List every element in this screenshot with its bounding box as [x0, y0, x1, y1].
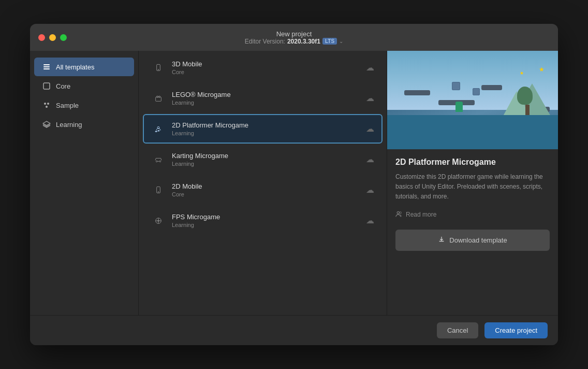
svg-point-8 — [158, 69, 158, 69]
svg-point-15 — [156, 161, 157, 162]
svg-rect-9 — [156, 97, 161, 101]
download-icon-lego: ☁ — [366, 93, 374, 103]
template-2d-mobile-category: Core — [172, 191, 360, 197]
fps-icon — [151, 214, 166, 228]
version-label: Editor Version: — [245, 38, 285, 45]
list-icon — [42, 63, 51, 71]
download-icon-btn — [438, 236, 445, 245]
template-item-3d-mobile[interactable]: 3D Mobile Core ☁ — [143, 53, 383, 82]
people-icon — [395, 210, 403, 219]
download-icon-fps: ☁ — [366, 216, 374, 225]
detail-panel: ★ ★ 2D Platformer Microgame Customize th… — [387, 51, 558, 315]
svg-point-4 — [44, 103, 46, 105]
titlebar: New project Editor Version: 2020.3.30f1 … — [30, 24, 558, 51]
sidebar-label-sample: Sample — [56, 102, 79, 109]
mobile-icon — [151, 61, 166, 75]
template-3d-mobile-name: 3D Mobile — [172, 60, 360, 68]
template-item-2d-mobile[interactable]: 2D Mobile Core ☁ — [143, 175, 383, 205]
lego-icon — [151, 91, 166, 106]
template-item-fps-info: FPS Microgame Learning — [172, 213, 360, 228]
create-project-button[interactable]: Create project — [484, 322, 548, 338]
svg-point-16 — [159, 161, 161, 162]
template-2d-platformer-name: 2D Platformer Microgame — [172, 121, 360, 129]
sidebar-label-learning: Learning — [56, 121, 82, 129]
download-icon-2dmobile: ☁ — [366, 185, 374, 195]
template-lego-category: Learning — [172, 100, 360, 106]
template-2d-platformer-category: Learning — [172, 130, 360, 136]
template-3d-mobile-category: Core — [172, 69, 360, 75]
template-item-2d-platformer-info: 2D Platformer Microgame Learning — [172, 121, 360, 136]
preview-image: ★ ★ — [387, 51, 558, 149]
svg-rect-10 — [157, 96, 158, 97]
svg-rect-14 — [158, 130, 159, 131]
svg-rect-2 — [43, 68, 50, 69]
detail-description: Customize this 2D platformer game while … — [395, 172, 550, 202]
template-lego-name: LEGO® Microgame — [172, 91, 360, 98]
svg-rect-1 — [43, 66, 50, 67]
download-icon: ☁ — [366, 63, 374, 73]
sidebar: All templates Core — [30, 51, 139, 315]
window-title: New project — [245, 30, 343, 38]
sidebar-label-all-templates: All templates — [56, 63, 94, 71]
chevron-down-icon[interactable]: ⌄ — [339, 38, 343, 44]
template-item-karting-info: Karting Microgame Learning — [172, 152, 360, 167]
read-more-link[interactable]: Read more — [395, 210, 550, 219]
learning-icon — [42, 120, 51, 129]
template-item-fps[interactable]: FPS Microgame Learning ☁ — [143, 206, 383, 235]
template-item-2d-mobile-info: 2D Mobile Core — [172, 182, 360, 197]
footer: Cancel Create project — [30, 315, 558, 345]
template-item-3d-mobile-info: 3D Mobile Core — [172, 60, 360, 75]
template-karting-category: Learning — [172, 161, 360, 167]
template-fps-category: Learning — [172, 222, 360, 228]
version-value: 2020.3.30f1 — [287, 38, 320, 45]
download-template-button[interactable]: Download template — [395, 230, 550, 251]
cube-icon — [42, 82, 51, 90]
detail-title: 2D Platformer Microgame — [395, 158, 550, 167]
sidebar-item-sample[interactable]: Sample — [34, 96, 134, 115]
download-template-label: Download template — [449, 236, 507, 244]
main-content: All templates Core — [30, 51, 558, 315]
download-icon-karting: ☁ — [366, 154, 374, 164]
template-item-lego-info: LEGO® Microgame Learning — [172, 91, 360, 106]
traffic-lights — [38, 34, 67, 41]
template-list[interactable]: 3D Mobile Core ☁ LEGO® Microgame Learnin… — [139, 51, 387, 315]
template-item-lego[interactable]: LEGO® Microgame Learning ☁ — [143, 83, 383, 113]
minimize-button[interactable] — [49, 34, 56, 41]
maximize-button[interactable] — [60, 34, 67, 41]
download-icon-platformer: ☁ — [366, 124, 374, 134]
svg-point-6 — [46, 106, 48, 108]
svg-point-24 — [400, 211, 402, 214]
template-2d-mobile-name: 2D Mobile — [172, 182, 360, 190]
sidebar-label-core: Core — [56, 82, 70, 90]
svg-rect-3 — [43, 83, 50, 89]
version-row: Editor Version: 2020.3.30f1 LTS ⌄ — [245, 38, 343, 45]
lts-badge: LTS — [322, 38, 337, 45]
detail-content: 2D Platformer Microgame Customize this 2… — [387, 149, 558, 315]
new-project-window: New project Editor Version: 2020.3.30f1 … — [30, 24, 558, 345]
svg-rect-0 — [43, 64, 50, 65]
sidebar-item-learning[interactable]: Learning — [34, 115, 134, 134]
titlebar-center: New project Editor Version: 2020.3.30f1 … — [245, 30, 343, 45]
mobile2-icon — [151, 183, 166, 197]
sidebar-item-core[interactable]: Core — [34, 77, 134, 95]
svg-rect-11 — [159, 96, 160, 97]
platformer-icon — [151, 122, 166, 136]
sidebar-item-all-templates[interactable]: All templates — [34, 58, 134, 76]
cancel-button[interactable]: Cancel — [437, 322, 478, 338]
template-item-2d-platformer[interactable]: 2D Platformer Microgame Learning ☁ — [143, 114, 383, 144]
read-more-label: Read more — [406, 211, 436, 218]
svg-rect-13 — [155, 131, 157, 132]
template-item-karting[interactable]: Karting Microgame Learning ☁ — [143, 145, 383, 174]
svg-point-23 — [397, 211, 399, 214]
close-button[interactable] — [38, 34, 45, 41]
sample-icon — [42, 101, 51, 109]
template-fps-name: FPS Microgame — [172, 213, 360, 221]
svg-point-18 — [158, 191, 158, 192]
template-karting-name: Karting Microgame — [172, 152, 360, 160]
karting-icon — [151, 152, 166, 167]
svg-point-5 — [47, 103, 49, 105]
